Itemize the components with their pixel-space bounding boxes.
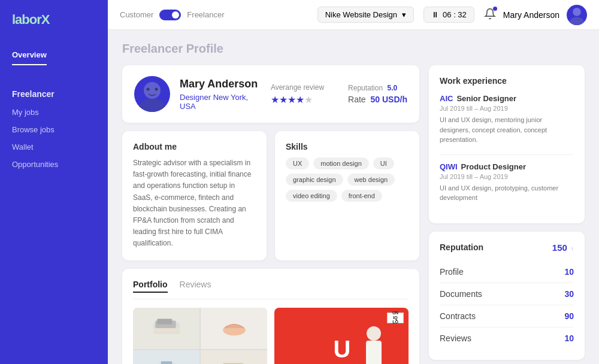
skill-video-editing: video editing (286, 190, 337, 202)
work-experience-card: Work experience AIC Senior Designer Jul … (429, 65, 585, 223)
job-qiwi-desc: UI and UX design, prototyping, customer … (440, 183, 574, 203)
profile-role: Designer New York, USA (180, 93, 261, 111)
uniqlo-thumb: UNIQLO U (274, 308, 409, 365)
svg-point-3 (139, 99, 165, 112)
notification-dot (493, 7, 497, 11)
job-qiwi-date: Jul 2019 till – Aug 2019 (440, 173, 574, 180)
job-aic-company: AIC (440, 94, 453, 103)
star-rating: ★★★★★ (271, 94, 324, 105)
svg-point-1 (570, 17, 584, 25)
job-aic-date: Jul 2019 till – Aug 2019 (440, 105, 574, 112)
tab-reviews[interactable]: Reviews (180, 280, 211, 293)
rep-contracts-value: 90 (564, 311, 574, 321)
topbar: Customer Freelancer Nike Website Design … (108, 0, 599, 30)
portfolio-grid: Shoe store website ⬇ ↗ (133, 308, 409, 365)
svg-point-2 (144, 82, 161, 99)
info-row: Adbout me Strategic advisor with a speci… (122, 131, 419, 260)
portfolio-card: Portfolio Reviews (122, 269, 419, 365)
profile-avatar (134, 76, 170, 112)
rep-reviews-label: Reviews (440, 333, 471, 343)
job-qiwi-header: QIWI Product Designer (440, 162, 574, 171)
nav-section-label: Freelancer (0, 77, 108, 104)
notification-bell[interactable] (484, 8, 496, 22)
right-column: Work experience AIC Senior Designer Jul … (429, 65, 585, 364)
svg-rect-8 (157, 318, 172, 324)
svg-point-4 (147, 88, 150, 91)
job-aic-desc: UI and UX design, mentoring junior desig… (440, 115, 574, 145)
nav-freelancer-section: Freelancer My jobs Browse jobs Wallet Op… (0, 77, 108, 185)
about-title: Adbout me (133, 142, 256, 151)
skill-web-design: web design (347, 174, 395, 186)
rep-contracts-label: Contracts (440, 311, 476, 321)
profile-name: Mary Anderson (180, 78, 261, 90)
shoe-cell-4 (201, 350, 267, 365)
mode-toggle[interactable] (159, 10, 181, 20)
user-name: Mary Anderson (503, 10, 559, 20)
shoe-thumb (133, 308, 267, 365)
reputation-value: 5.0 (387, 84, 397, 92)
skills-card: Skills UX motion design UI graphic desig… (275, 131, 419, 260)
svg-point-16 (367, 326, 381, 341)
page-title: Freelancer Profile (122, 42, 585, 56)
profile-card: Mary Anderson Designer New York, USA Ave… (122, 65, 419, 123)
uniqlo-badge: UNIQLO (387, 313, 404, 323)
svg-rect-9 (153, 328, 180, 333)
job-qiwi-company: QIWI (440, 162, 458, 171)
job-qiwi-role: Product Designer (461, 162, 526, 171)
topbar-right: Mary Anderson (484, 5, 587, 25)
profile-stats: Averange review ★★★★★ Reputation 5.0 (271, 83, 407, 105)
rep-profile: Profile 10 (440, 261, 574, 283)
skill-graphic-design: graphic design (286, 174, 343, 186)
reputation-title: Reputation (440, 242, 483, 252)
rate-display: Rate 50 USD/h (348, 95, 407, 104)
shoe-cell-2 (201, 308, 267, 349)
skill-motion-design: motion design (313, 157, 369, 169)
chevron-down-icon: ▾ (402, 10, 406, 19)
skills-grid: UX motion design UI graphic design web d… (286, 157, 409, 202)
page-content: Freelancer Profile (108, 30, 599, 364)
sidebar-item-opportunities[interactable]: Opportunities (0, 156, 108, 173)
left-column: Mary Anderson Designer New York, USA Ave… (122, 65, 419, 364)
sidebar-item-wallet[interactable]: Wallet (0, 138, 108, 156)
sidebar-item-my-jobs[interactable]: My jobs (0, 104, 108, 121)
timer-display: ⏸ 06 : 32 (423, 7, 474, 23)
user-avatar[interactable] (567, 5, 587, 25)
nav-overview-section: Overview (0, 46, 108, 77)
tab-portfolio[interactable]: Portfolio (133, 280, 168, 293)
reputation-total: 150 ↑ (552, 242, 574, 253)
profile-info: Mary Anderson Designer New York, USA (180, 78, 261, 111)
reputation-header: Reputation 150 ↑ (440, 242, 574, 253)
project-selector[interactable]: Nike Website Design ▾ (317, 7, 414, 23)
about-card: Adbout me Strategic advisor with a speci… (122, 131, 267, 260)
portfolio-item-uniqlo: UNIQLO U (274, 308, 409, 365)
job-aic-header: AIC Senior Designer (440, 94, 574, 103)
rep-profile-label: Profile (440, 267, 464, 277)
svg-rect-13 (161, 361, 172, 364)
timer-value: 06 : 32 (443, 10, 467, 19)
customer-label: Customer (120, 10, 153, 19)
rep-documents-label: Documents (440, 289, 482, 299)
content-grid: Mary Anderson Designer New York, USA Ave… (122, 65, 585, 364)
svg-point-5 (155, 88, 158, 91)
role-text: Designer (180, 93, 213, 102)
skill-ux: UX (286, 157, 309, 169)
portfolio-item-shoe: Shoe store website ⬇ ↗ (133, 308, 267, 365)
portfolio-tabs: Portfolio Reviews (133, 280, 409, 299)
sidebar-item-browse-jobs[interactable]: Browse jobs (0, 121, 108, 138)
job-aic-role: Senior Designer (456, 94, 516, 103)
job-qiwi: QIWI Product Designer Jul 2019 till – Au… (440, 162, 574, 203)
sidebar: laborX Overview Freelancer My jobs Brows… (0, 0, 108, 364)
avg-review-stat: Averange review ★★★★★ (271, 83, 324, 105)
rep-profile-value: 10 (564, 267, 574, 277)
pause-icon[interactable]: ⏸ (431, 10, 439, 19)
skills-title: Skills (286, 142, 409, 151)
rep-contracts: Contracts 90 (440, 305, 574, 327)
shoe-cell-1 (133, 308, 199, 349)
project-name: Nike Website Design (325, 10, 397, 19)
job-aic: AIC Senior Designer Jul 2019 till – Aug … (440, 94, 574, 145)
sidebar-item-overview[interactable]: Overview (12, 46, 47, 65)
avg-review-label: Averange review (271, 83, 324, 92)
work-exp-title: Work experience (440, 76, 574, 86)
shoe-cell-3 (133, 350, 199, 365)
rep-reviews: Reviews 10 (440, 327, 574, 349)
